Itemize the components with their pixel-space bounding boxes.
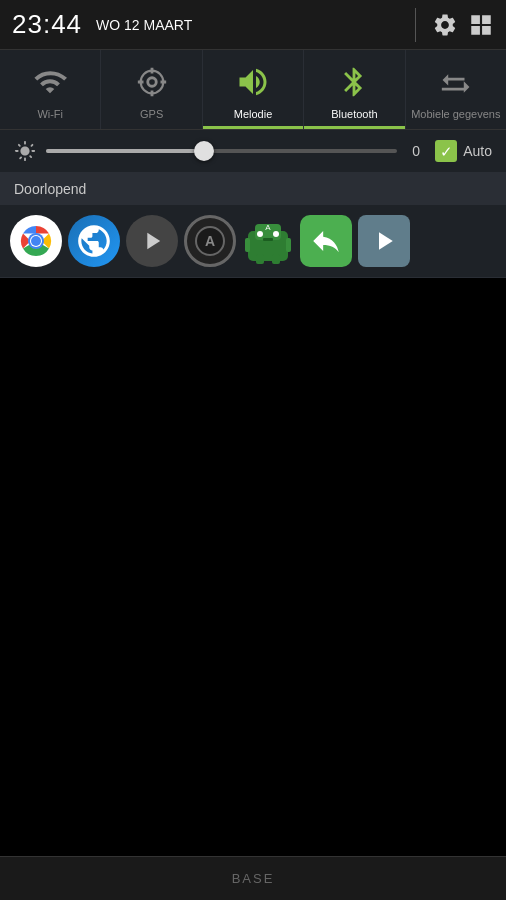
arrow-app-icon[interactable] [358, 215, 410, 267]
brightness-value: 0 [407, 143, 425, 159]
gps-icon [130, 60, 174, 104]
wifi-label: Wi-Fi [37, 108, 63, 121]
svg-text:A: A [265, 223, 271, 232]
melodie-icon [231, 60, 275, 104]
svg-rect-14 [286, 238, 291, 252]
svg-point-5 [31, 236, 41, 246]
wifi-icon [28, 60, 72, 104]
main-content-area [0, 278, 506, 658]
svg-rect-15 [256, 254, 264, 264]
melodie-label: Melodie [234, 108, 273, 121]
brightness-fill [46, 149, 204, 153]
section-header-doorlopend: Doorlopend [0, 173, 506, 205]
auto-label: Auto [463, 143, 492, 159]
toggle-gps[interactable]: GPS [101, 50, 202, 129]
brightness-slider[interactable] [46, 149, 397, 153]
quick-toggles: Wi-Fi GPS Melodie Bluetooth [0, 50, 506, 130]
gps-label: GPS [140, 108, 163, 121]
svg-rect-12 [263, 238, 273, 241]
app-row: A A [0, 205, 506, 278]
status-divider [415, 8, 416, 42]
bluetooth-icon [332, 60, 376, 104]
bottom-bar-label: BASE [232, 871, 275, 886]
svg-point-10 [257, 231, 263, 237]
toggle-bluetooth[interactable]: Bluetooth [304, 50, 405, 129]
svg-rect-13 [245, 238, 250, 252]
chrome-app-icon[interactable] [10, 215, 62, 267]
brightness-row: 0 ✓ Auto [0, 130, 506, 173]
auto-checkbox-box: ✓ [435, 140, 457, 162]
mobile-label: Mobiele gegevens [411, 108, 500, 121]
status-time: 23:44 [12, 9, 82, 40]
svg-rect-16 [272, 254, 280, 264]
melodie-underline [203, 126, 303, 129]
media-app-icon[interactable] [126, 215, 178, 267]
settings-icon[interactable] [432, 12, 458, 38]
game-app-icon[interactable]: A [184, 215, 236, 267]
reply-app-icon[interactable] [300, 215, 352, 267]
bluetooth-underline [304, 126, 404, 129]
bottom-bar: BASE [0, 856, 506, 900]
browser-app-icon[interactable] [68, 215, 120, 267]
mobile-data-icon [434, 60, 478, 104]
grid-icon[interactable] [468, 12, 494, 38]
svg-text:A: A [205, 233, 215, 249]
svg-point-0 [147, 78, 156, 87]
brightness-icon [14, 140, 36, 162]
svg-point-11 [273, 231, 279, 237]
status-date: WO 12 MAART [96, 17, 192, 33]
svg-point-1 [140, 71, 163, 94]
toggle-mobile[interactable]: Mobiele gegevens [406, 50, 506, 129]
bluetooth-label: Bluetooth [331, 108, 377, 121]
auto-brightness-toggle[interactable]: ✓ Auto [435, 140, 492, 162]
status-bar: 23:44 WO 12 MAART [0, 0, 506, 50]
brightness-thumb[interactable] [194, 141, 214, 161]
checkbox-check-icon: ✓ [440, 144, 453, 159]
toggle-melodie[interactable]: Melodie [203, 50, 304, 129]
section-label: Doorlopend [14, 181, 86, 197]
status-icons [409, 8, 494, 42]
toggle-wifi[interactable]: Wi-Fi [0, 50, 101, 129]
robot-app-icon[interactable]: A [242, 215, 294, 267]
